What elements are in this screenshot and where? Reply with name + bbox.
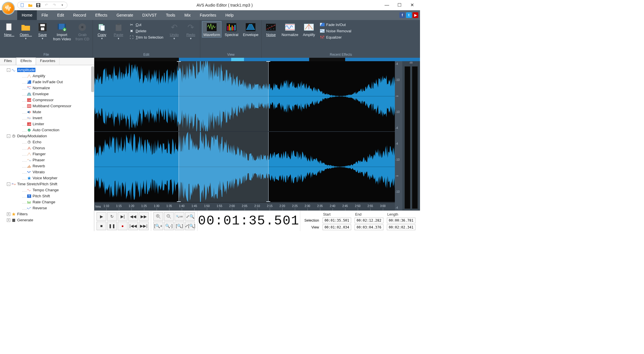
tree-item[interactable]: Tempo Change bbox=[1, 187, 93, 193]
maximize-button[interactable]: ☐ bbox=[394, 1, 405, 9]
import-video-button[interactable]: Import from Video bbox=[52, 21, 73, 42]
range-value[interactable]: 00:01:35.501 bbox=[323, 218, 351, 223]
tree-item[interactable]: Envelope bbox=[1, 91, 93, 97]
tree-item[interactable]: -Delay/Modulation bbox=[1, 133, 93, 139]
tree-item[interactable]: Chorus bbox=[1, 145, 93, 151]
tree-item[interactable]: +Filters bbox=[1, 211, 93, 217]
app-logo[interactable] bbox=[2, 2, 15, 15]
tree-item[interactable]: Rate Change bbox=[1, 199, 93, 205]
tree-item[interactable]: Flanger bbox=[1, 151, 93, 157]
tree-item[interactable]: LIMLimiter bbox=[1, 121, 93, 127]
overview-segment[interactable] bbox=[179, 58, 231, 61]
tree-scrollbar[interactable] bbox=[91, 66, 94, 92]
menu-home[interactable]: Home bbox=[17, 10, 37, 20]
menu-help[interactable]: Help bbox=[221, 10, 238, 20]
tree-item[interactable]: Echo bbox=[1, 139, 93, 145]
range-value[interactable]: 00:02:02.341 bbox=[387, 224, 416, 230]
qat-dropdown-icon[interactable]: ▼ bbox=[59, 3, 65, 8]
tree-item[interactable]: Normalize bbox=[1, 85, 93, 91]
selection-region[interactable] bbox=[179, 132, 269, 202]
tree-item[interactable]: -Amplitude bbox=[1, 67, 93, 73]
zoom-sel-out-button[interactable]: 🔍-] bbox=[164, 222, 174, 230]
youtube-icon[interactable]: ▶ bbox=[413, 12, 418, 18]
normalize-effect-button[interactable]: Normalize bbox=[280, 21, 300, 37]
noise-effect-button[interactable]: Noise bbox=[263, 21, 278, 37]
tree-toggle[interactable]: + bbox=[7, 218, 10, 222]
tree-item[interactable]: CMPCompressor bbox=[1, 97, 93, 103]
tree-item[interactable]: Reverse bbox=[1, 205, 93, 211]
rewind-button[interactable]: ◀◀ bbox=[128, 212, 138, 221]
menu-tools[interactable]: Tools bbox=[161, 10, 180, 20]
goto-start-button[interactable]: |◀◀ bbox=[128, 222, 138, 230]
zoom-sel-fit-button[interactable]: ⤢[🔍] bbox=[185, 222, 195, 230]
trim-button[interactable]: ⛶Trim to Selection bbox=[129, 35, 163, 39]
tree-item[interactable]: Reverb bbox=[1, 163, 93, 169]
tree-item[interactable]: Voice Morpher bbox=[1, 175, 93, 181]
paste-button[interactable]: Paste▼ bbox=[111, 21, 126, 40]
range-value[interactable]: 00:03:04.376 bbox=[355, 224, 383, 230]
tree-item[interactable]: -Time Stretch/Pitch Shift bbox=[1, 181, 93, 187]
time-ruler[interactable]: hms1:101:151:201:251:301:351:401:451:501… bbox=[94, 202, 395, 210]
qat-new-icon[interactable] bbox=[19, 3, 25, 8]
amplify-effect-button[interactable]: Amplify bbox=[301, 21, 317, 37]
tree-item[interactable]: Phaser bbox=[1, 157, 93, 163]
goto-end-button[interactable]: ▶▶| bbox=[139, 222, 149, 230]
save-button[interactable]: Save▼ bbox=[35, 21, 50, 40]
zoom-in-button[interactable] bbox=[153, 212, 163, 221]
tab-favorites[interactable]: Favorites bbox=[36, 58, 59, 65]
waveform-channel-right[interactable] bbox=[94, 132, 395, 202]
envelope-view-button[interactable]: Envelope bbox=[241, 21, 260, 37]
zoom-100-button[interactable]: 🔍100 bbox=[175, 212, 184, 221]
range-value[interactable]: 00:01:02.034 bbox=[323, 224, 351, 230]
menu-mix[interactable]: Mix bbox=[180, 10, 195, 20]
cut-button[interactable]: ✂Cut bbox=[129, 22, 163, 27]
menu-file[interactable]: File bbox=[37, 10, 53, 20]
redo-button[interactable]: ↷Redo▼ bbox=[183, 21, 198, 40]
zoom-sel-in-button[interactable]: [🔍+ bbox=[153, 222, 163, 230]
equalizer-button[interactable]: Equalizer bbox=[320, 35, 354, 39]
grab-cd-button[interactable]: Grab from CD bbox=[74, 21, 91, 42]
tree-item[interactable]: Fade In/Fade Out bbox=[1, 79, 93, 85]
zoom-out-button[interactable] bbox=[164, 212, 174, 221]
tree-item[interactable]: Multiband Compressor bbox=[1, 103, 93, 109]
play-button[interactable]: ▶ bbox=[97, 212, 106, 221]
new-button[interactable]: New... bbox=[2, 21, 17, 37]
tree-item[interactable]: Amplify bbox=[1, 73, 93, 79]
overview-segment[interactable] bbox=[244, 58, 309, 61]
close-button[interactable]: ✕ bbox=[407, 1, 417, 9]
forward-button[interactable]: ▶▶ bbox=[139, 212, 149, 221]
zoom-fit-button[interactable]: ⤢🔍 bbox=[185, 212, 195, 221]
overview-segment[interactable] bbox=[345, 58, 420, 61]
delete-button[interactable]: ✖Delete bbox=[129, 29, 163, 33]
tree-toggle[interactable]: - bbox=[7, 182, 10, 186]
qat-redo-icon[interactable]: ↷ bbox=[51, 3, 57, 8]
record-button[interactable]: ● bbox=[118, 222, 127, 230]
copy-button[interactable]: Copy▼ bbox=[95, 21, 109, 40]
fade-effect-button[interactable]: Fade In/Out bbox=[320, 22, 354, 27]
tab-files[interactable]: Files bbox=[0, 58, 16, 65]
tree-item[interactable]: Auto Correction bbox=[1, 127, 93, 133]
menu-favorites[interactable]: Favorites bbox=[195, 10, 221, 20]
range-value[interactable]: 00:02:12.282 bbox=[355, 218, 383, 223]
stop-button[interactable]: ■ bbox=[97, 222, 106, 230]
twitter-icon[interactable]: t bbox=[406, 12, 412, 18]
tree-toggle[interactable]: - bbox=[7, 68, 10, 72]
loop-button[interactable]: ↻ bbox=[107, 212, 117, 221]
noise-removal-button[interactable]: Noise Removal bbox=[320, 29, 354, 33]
menu-dxvst[interactable]: DX/VST bbox=[138, 10, 161, 20]
tab-effects[interactable]: Effects bbox=[16, 57, 36, 65]
selection-region[interactable] bbox=[179, 61, 269, 131]
tree-item[interactable]: Mute bbox=[1, 109, 93, 115]
overview-segment[interactable] bbox=[94, 58, 179, 61]
spectral-view-button[interactable]: Spectral bbox=[223, 21, 240, 37]
menu-effects[interactable]: Effects bbox=[91, 10, 112, 20]
open-button[interactable]: Open...▼ bbox=[18, 21, 33, 40]
next-button[interactable]: ▶| bbox=[118, 212, 127, 221]
menu-generate[interactable]: Generate bbox=[112, 10, 138, 20]
waveform-channel-left[interactable] bbox=[94, 61, 395, 132]
menu-edit[interactable]: Edit bbox=[53, 10, 69, 20]
tree-toggle[interactable]: - bbox=[7, 134, 10, 138]
qat-undo-icon[interactable]: ↶ bbox=[43, 3, 49, 8]
overview-bar[interactable] bbox=[94, 58, 420, 61]
menu-record[interactable]: Record bbox=[69, 10, 91, 20]
